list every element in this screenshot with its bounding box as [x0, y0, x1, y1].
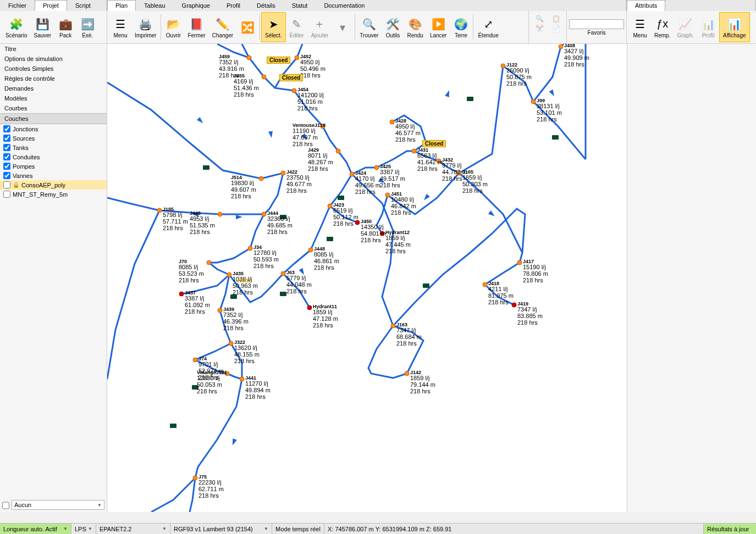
- layer-name: Sources: [13, 135, 35, 142]
- tab-tableau[interactable]: Tableau: [136, 0, 174, 11]
- layer-jonctions[interactable]: Jonctions: [0, 124, 107, 134]
- affichage-button[interactable]: 📊Affichage: [719, 12, 750, 42]
- small-btn[interactable]: 📄: [550, 24, 562, 33]
- tab-plan[interactable]: Plan: [107, 0, 136, 11]
- layer-vannes[interactable]: Vannes: [0, 171, 107, 180]
- ribbon-center: ☰Menu🖨️Imprimer📂Ouvrir📕Fermer✏️Changer🔀➤…: [107, 11, 529, 43]
- layer-mnt_st_remy_5m[interactable]: MNT_ST_Remy_5m: [0, 190, 107, 199]
- changer-button[interactable]: ✏️Changer: [209, 12, 236, 42]
- layer-check[interactable]: [3, 172, 10, 179]
- svg-point-25: [262, 75, 266, 79]
- tree-controles-simples[interactable]: Controles Simples: [0, 64, 107, 74]
- rendu-button[interactable]: 🎨Rendu: [404, 12, 426, 42]
- svg-point-50: [227, 272, 231, 277]
- éxé.-button[interactable]: ➡️Éxé.: [76, 12, 98, 42]
- sb-crs[interactable]: RGF93 v1 Lambert 93 (2154)▼: [170, 524, 272, 534]
- layer-check[interactable]: [3, 191, 10, 198]
- Profil-icon: 📊: [700, 16, 716, 32]
- node-label-J122: J12226090 l/j50.875 m218 hrs: [506, 63, 532, 87]
- svg-marker-7: [422, 194, 430, 202]
- node-label-J70: J708085 l/j53.523 m218 hrs: [179, 259, 204, 283]
- closed-tag: Closed: [267, 57, 290, 64]
- layer-check[interactable]: [3, 163, 10, 170]
- trouver-button[interactable]: 🔍Trouver: [356, 12, 382, 42]
- tab-fichier[interactable]: Fichier: [0, 0, 35, 11]
- left-bottom-value: Aucun: [14, 502, 31, 508]
- layer-check[interactable]: [3, 125, 10, 132]
- node-label-J428: J4284950 l/j46.577 m218 hrs: [395, 119, 421, 143]
- svg-point-44: [328, 204, 332, 208]
- fermer-button[interactable]: 📕Fermer: [184, 12, 208, 42]
- small-btn[interactable]: 📋: [550, 14, 562, 23]
- map-canvas[interactable]: J4597352 l/j43.916 m218 hrsJ4524950 l/j5…: [107, 44, 627, 512]
- tab-projet[interactable]: Projet: [35, 0, 67, 11]
- btn-button[interactable]: 🔀: [236, 12, 258, 42]
- svg-point-49: [207, 260, 211, 265]
- svg-point-55: [179, 292, 184, 296]
- sb-engine[interactable]: EPANET2.2▼: [96, 524, 170, 534]
- menu-button[interactable]: ☰Menu: [629, 12, 651, 42]
- tab-statut[interactable]: Statut: [284, 0, 316, 11]
- svg-point-24: [295, 55, 299, 60]
- tab-documentation[interactable]: Documentation: [316, 0, 373, 11]
- svg-rect-19: [467, 97, 473, 101]
- Trouver-icon: 🔍: [361, 16, 377, 32]
- node-label-J435: J4351038 l/j50.963 m218 hrs: [233, 271, 258, 296]
- layer-name: Jonctions: [13, 126, 38, 132]
- sélect.-button[interactable]: ➤Sélect.: [261, 12, 286, 42]
- imprimer-button[interactable]: 🖨️Imprimer: [131, 12, 159, 42]
- node-label-J417: J41715190 l/j78.806 m218 hrs: [523, 259, 548, 283]
- favoris-dropdown[interactable]: [569, 19, 624, 29]
- layer-conduites[interactable]: Conduites: [0, 152, 107, 162]
- menu-button[interactable]: ☰Menu: [109, 12, 131, 42]
- tabs-left: FichierProjetScript: [0, 0, 107, 11]
- tab-profil[interactable]: Profil: [218, 0, 249, 11]
- tab-script[interactable]: Script: [67, 0, 99, 11]
- layer-check[interactable]: [3, 135, 10, 142]
- tree-modèles[interactable]: Modèles: [0, 93, 107, 103]
- layer-pompes[interactable]: Pompes: [0, 162, 107, 171]
- lancer-button[interactable]: ▶️Lancer: [427, 12, 450, 42]
- node-label-J429: J4298071 l/j48.267 m218 hrs: [308, 148, 333, 172]
- svg-point-39: [281, 171, 285, 175]
- layer-tanks[interactable]: Tanks: [0, 143, 107, 152]
- node-label-J439: J4397352 l/j46.396 m218 hrs: [223, 307, 249, 331]
- pack-button[interactable]: 💼Pack: [54, 12, 76, 42]
- tree-titre[interactable]: Titre: [0, 44, 107, 54]
- layer-check[interactable]: [3, 181, 10, 188]
- remp.-button[interactable]: ƒxRemp.: [651, 12, 674, 42]
- node-label-VJ119: VentouseJ11911190 l/j47.697 m218 hrs: [293, 123, 325, 147]
- left-bottom-check[interactable]: [2, 501, 9, 510]
- outils-button[interactable]: 🛠️Outils: [382, 12, 404, 42]
- small-btn[interactable]: ✂️: [533, 24, 545, 33]
- layer-sources[interactable]: Sources: [0, 134, 107, 143]
- svg-point-31: [390, 120, 394, 124]
- étendue-button[interactable]: ⤢Étendue: [474, 12, 501, 42]
- Ouvrir-icon: 📂: [165, 16, 181, 32]
- layer-check[interactable]: [3, 153, 10, 160]
- scénario-button[interactable]: 🧩Scénario: [2, 12, 30, 42]
- sb-unit[interactable]: LPS▼: [71, 524, 96, 534]
- tree-demandes[interactable]: Demandes: [0, 84, 107, 93]
- tree-options-de-simulation[interactable]: Options de simulation: [0, 54, 107, 64]
- small-btn[interactable]: 🔍: [533, 14, 545, 23]
- svg-point-53: [483, 282, 487, 287]
- tree-courbes[interactable]: Courbes: [0, 103, 107, 113]
- layer-name: ConsoAEP_poly: [21, 182, 65, 188]
- layer-consoaep_poly[interactable]: 🔒ConsoAEP_poly: [0, 180, 107, 190]
- tab-détails[interactable]: Détails: [249, 0, 284, 11]
- sb-length[interactable]: Longueur auto. Actif▼: [0, 524, 71, 534]
- tabs-right: Attributs: [627, 0, 756, 11]
- layer-check[interactable]: [3, 144, 10, 151]
- tab-attributs[interactable]: Attributs: [627, 0, 665, 11]
- éditer-button: ✎Éditer: [286, 12, 308, 42]
- none-tag: None: [238, 277, 251, 283]
- tab-graphique[interactable]: Graphique: [174, 0, 218, 11]
- sauver-button[interactable]: 💾Sauver: [30, 12, 54, 42]
- left-bottom-dropdown[interactable]: Aucun ▼: [12, 500, 104, 510]
- ouvrir-button[interactable]: 📂Ouvrir: [162, 12, 184, 42]
- terre-button[interactable]: 🌍Terre: [450, 12, 472, 42]
- node-label-J423: J4236519 l/j50.112 m218 hrs: [333, 203, 358, 227]
- tree-règles-de-contrôle[interactable]: Règles de contrôle: [0, 74, 107, 84]
- svg-point-62: [240, 377, 244, 381]
